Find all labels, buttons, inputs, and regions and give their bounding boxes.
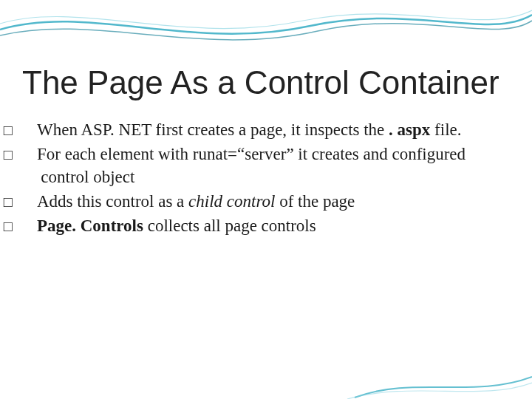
bullet-item: □Page. Controls collects all page contro… bbox=[22, 214, 510, 237]
bullet-list: □When ASP. NET first creates a page, it … bbox=[22, 118, 510, 239]
header-wave-decoration bbox=[0, 0, 532, 52]
bullet-text: Adds this control as a bbox=[37, 192, 188, 211]
bullet-text: . aspx bbox=[389, 120, 430, 139]
slide-title: The Page As a Control Container bbox=[22, 65, 510, 100]
bullet-text: child control bbox=[188, 192, 275, 211]
bullet-text: For each element with runat=“server” it … bbox=[37, 145, 466, 186]
bullet-marker-icon: □ bbox=[22, 192, 37, 212]
bullet-text: Page. Controls bbox=[37, 216, 143, 235]
bullet-text: When ASP. NET first creates a page, it i… bbox=[37, 120, 389, 139]
bullet-text: collects all page controls bbox=[143, 216, 316, 235]
bullet-item: □For each element with runat=“server” it… bbox=[22, 143, 510, 188]
bullet-text: of the page bbox=[275, 192, 355, 211]
bullet-item: □Adds this control as a child control of… bbox=[22, 190, 510, 213]
footer-wave-decoration bbox=[0, 369, 532, 399]
bullet-marker-icon: □ bbox=[22, 145, 37, 165]
bullet-marker-icon: □ bbox=[22, 216, 37, 236]
slide: The Page As a Control Container □When AS… bbox=[0, 0, 532, 399]
bullet-text: file. bbox=[430, 120, 461, 139]
bullet-marker-icon: □ bbox=[22, 120, 37, 140]
bullet-item: □When ASP. NET first creates a page, it … bbox=[22, 118, 510, 141]
